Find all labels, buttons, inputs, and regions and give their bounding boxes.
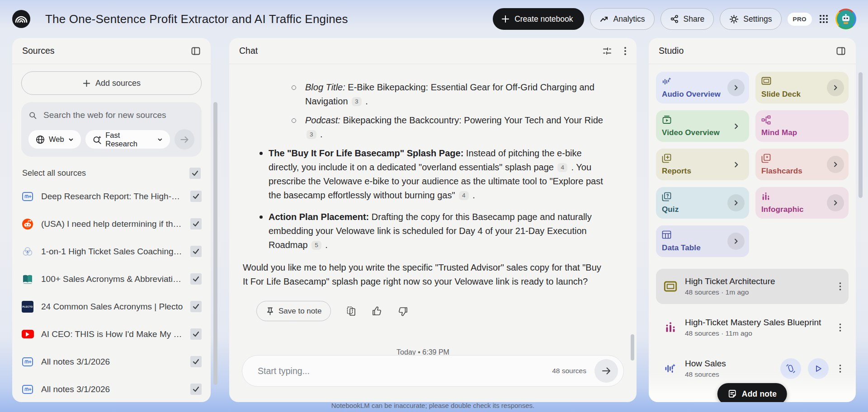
citation-chip[interactable]: 4 (459, 191, 469, 200)
chat-bullet: Action Plan Placement: Drafting the copy… (269, 210, 603, 252)
source-row[interactable]: 100+ Sales Acronyms & Abbreviations... (21, 265, 202, 293)
chat-more-menu-icon[interactable] (624, 46, 627, 56)
source-checkbox[interactable] (190, 356, 202, 367)
chevron-right-icon[interactable] (727, 117, 745, 135)
note-icon (21, 357, 34, 367)
tile-data-table[interactable]: Data Table (656, 225, 749, 257)
google-apps-grid-icon[interactable] (818, 13, 830, 25)
chevron-right-icon[interactable] (727, 194, 745, 211)
chevron-right-icon[interactable] (727, 233, 745, 250)
play-button[interactable] (808, 358, 829, 379)
chat-bullet: The "Buy It For Life Basecamp" Splash Pa… (269, 146, 603, 202)
audio-overview-icon (662, 77, 672, 87)
studio-artifact-list: High Ticket Architecture 48 sources · 1m… (656, 269, 849, 386)
source-row[interactable]: 1-on-1 High Ticket Sales Coaching - K... (21, 238, 202, 265)
interactive-mode-button[interactable] (780, 358, 801, 379)
youtube-icon (21, 330, 34, 338)
chevron-right-icon[interactable] (727, 156, 745, 173)
copy-icon[interactable] (346, 306, 357, 317)
tile-video-overview[interactable]: Video Overview (656, 110, 749, 142)
reports-icon (662, 154, 671, 163)
slide-deck-icon (761, 77, 771, 85)
source-checkbox[interactable] (190, 301, 202, 312)
chevron-right-icon[interactable] (827, 79, 844, 96)
chat-input-bar: 48 sources (242, 355, 624, 387)
select-all-checkbox[interactable] (189, 168, 201, 179)
more-menu-icon[interactable] (835, 323, 845, 332)
chat-input[interactable] (258, 366, 552, 376)
source-checkbox[interactable] (190, 273, 202, 285)
source-checkbox[interactable] (190, 384, 202, 395)
settings-button[interactable]: Settings (720, 8, 781, 30)
add-sources-button[interactable]: Add sources (21, 71, 202, 95)
notebooklm-logo[interactable] (12, 9, 31, 28)
more-menu-icon[interactable] (835, 364, 845, 373)
source-row[interactable]: Deep Research Report: The High-Tick... (21, 183, 202, 210)
waving-hand-icon (786, 364, 796, 374)
source-row[interactable]: All notes 3/1/2026 (21, 375, 202, 403)
search-input[interactable] (43, 110, 194, 120)
citation-chip[interactable]: 5 (311, 241, 321, 250)
chevron-right-icon[interactable] (827, 194, 844, 211)
audio-overview-icon (663, 363, 678, 375)
studio-item[interactable]: High Ticket Architecture 48 sources · 1m… (656, 269, 849, 304)
plecto-icon: PLECTO (21, 301, 34, 313)
research-mode-dropdown[interactable]: Fast Research (85, 130, 170, 149)
infographic-icon (663, 322, 678, 333)
reddit-icon (21, 218, 34, 230)
save-to-note-button[interactable]: Save to note (256, 301, 331, 321)
studio-tiles: Audio Overview Slide Deck Video Overview… (656, 72, 849, 257)
share-icon (670, 14, 679, 23)
avatar[interactable] (835, 9, 856, 29)
more-menu-icon[interactable] (835, 282, 845, 291)
source-checkbox[interactable] (190, 246, 202, 257)
arrow-right-icon (601, 365, 612, 376)
collapse-panel-icon[interactable] (191, 46, 201, 56)
source-row[interactable]: All notes 3/1/2026 (21, 348, 202, 375)
web-source-icon (21, 246, 34, 258)
chat-settings-icon[interactable] (602, 46, 612, 56)
tile-flashcards[interactable]: Flashcards (755, 149, 849, 180)
sources-scrollbar[interactable] (213, 102, 217, 385)
create-notebook-button[interactable]: Create notebook (493, 8, 584, 30)
analytics-button[interactable]: Analytics (590, 8, 655, 30)
citation-chip[interactable]: 3 (352, 97, 362, 106)
tile-audio-overview[interactable]: Audio Overview (656, 72, 749, 103)
arrow-right-icon (179, 135, 189, 145)
web-search-card: Web Fast Research (21, 102, 202, 157)
chat-scrollbar[interactable] (631, 334, 634, 360)
source-checkbox[interactable] (190, 191, 202, 202)
source-row[interactable]: AI CEO: THIS is How I'd Make My First ..… (21, 320, 202, 348)
studio-panel-title: Studio (659, 46, 684, 56)
tile-quiz[interactable]: Quiz (656, 187, 749, 219)
source-row[interactable]: PLECTO 24 Common Sales Acronyms | Plecto (21, 293, 202, 320)
plus-icon (82, 79, 91, 88)
search-submit-button[interactable] (175, 129, 194, 150)
studio-item[interactable]: How Sales 48 sources (656, 351, 849, 386)
source-checkbox[interactable] (190, 328, 202, 340)
tile-slide-deck[interactable]: Slide Deck (755, 72, 849, 103)
add-note-button[interactable]: Add note (717, 383, 787, 402)
collapse-panel-icon[interactable] (836, 46, 846, 56)
page-title: The One-Sentence Profit Extractor and AI… (45, 12, 348, 26)
web-filter-dropdown[interactable]: Web (28, 130, 81, 149)
data-table-icon (662, 230, 671, 239)
source-row[interactable]: (USA) I need help determining if this r.… (21, 210, 202, 238)
citation-chip[interactable]: 4 (557, 163, 567, 172)
chat-sub-bullet: Blog Title: E-Bike Bikepacking: Essentia… (305, 80, 603, 108)
source-checkbox[interactable] (190, 218, 202, 229)
tile-mind-map[interactable]: Mind Map (755, 110, 849, 142)
studio-item[interactable]: High-Ticket Mastery Sales Blueprint 48 s… (656, 310, 849, 345)
chevron-right-icon[interactable] (727, 79, 745, 96)
search-sparkle-icon (92, 135, 102, 145)
send-button[interactable] (594, 359, 618, 383)
tile-reports[interactable]: Reports (656, 149, 749, 180)
tile-infographic[interactable]: Infographic (755, 187, 849, 219)
note-add-icon (728, 389, 737, 398)
chevron-right-icon[interactable] (827, 156, 844, 173)
thumbs-down-icon[interactable] (397, 306, 408, 317)
citation-chip[interactable]: 3 (307, 130, 316, 139)
share-button[interactable]: Share (660, 8, 714, 30)
studio-scrollbar[interactable] (859, 72, 863, 198)
thumbs-up-icon[interactable] (372, 306, 382, 317)
